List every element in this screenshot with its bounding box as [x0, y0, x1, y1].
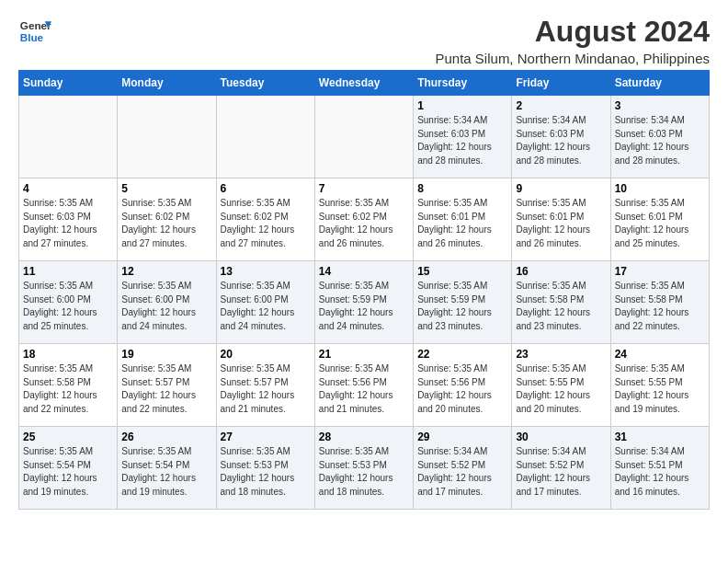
day-number: 2	[516, 99, 606, 112]
day-info: Sunrise: 5:35 AM Sunset: 5:55 PM Dayligh…	[516, 362, 606, 416]
day-number: 5	[121, 182, 211, 195]
day-info: Sunrise: 5:35 AM Sunset: 5:58 PM Dayligh…	[23, 362, 113, 416]
calendar-cell	[216, 96, 314, 178]
day-info: Sunrise: 5:35 AM Sunset: 5:57 PM Dayligh…	[121, 362, 211, 416]
day-number: 13	[221, 265, 311, 278]
day-info: Sunrise: 5:35 AM Sunset: 5:54 PM Dayligh…	[23, 445, 113, 499]
week-row: 11Sunrise: 5:35 AM Sunset: 6:00 PM Dayli…	[19, 261, 710, 344]
week-row: 4Sunrise: 5:35 AM Sunset: 6:03 PM Daylig…	[19, 178, 710, 261]
col-header-monday: Monday	[118, 71, 216, 96]
calendar-table: SundayMondayTuesdayWednesdayThursdayFrid…	[18, 70, 710, 510]
day-info: Sunrise: 5:35 AM Sunset: 6:00 PM Dayligh…	[221, 280, 311, 333]
calendar-cell: 29Sunrise: 5:34 AM Sunset: 5:52 PM Dayli…	[414, 427, 512, 510]
day-number: 1	[417, 99, 507, 112]
day-info: Sunrise: 5:34 AM Sunset: 6:03 PM Dayligh…	[417, 114, 507, 167]
calendar-cell: 17Sunrise: 5:35 AM Sunset: 5:58 PM Dayli…	[610, 261, 709, 344]
day-number: 27	[221, 431, 311, 443]
calendar-cell: 4Sunrise: 5:35 AM Sunset: 6:03 PM Daylig…	[19, 178, 118, 261]
day-info: Sunrise: 5:35 AM Sunset: 6:00 PM Dayligh…	[121, 280, 211, 333]
calendar-cell	[19, 96, 118, 178]
calendar-cell: 31Sunrise: 5:34 AM Sunset: 5:51 PM Dayli…	[610, 427, 709, 510]
logo-icon: General Blue	[18, 15, 51, 48]
calendar-cell: 10Sunrise: 5:35 AM Sunset: 6:01 PM Dayli…	[610, 178, 709, 261]
calendar-cell: 15Sunrise: 5:35 AM Sunset: 5:59 PM Dayli…	[414, 261, 512, 344]
location: Punta Silum, Northern Mindanao, Philippi…	[436, 51, 711, 66]
svg-text:Blue: Blue	[20, 31, 44, 43]
month-year: August 2024	[436, 15, 711, 49]
day-number: 17	[615, 265, 705, 278]
calendar-cell: 1Sunrise: 5:34 AM Sunset: 6:03 PM Daylig…	[414, 96, 512, 178]
page-header: General Blue August 2024 Punta Silum, No…	[18, 15, 710, 66]
calendar-cell: 22Sunrise: 5:35 AM Sunset: 5:56 PM Dayli…	[414, 344, 512, 427]
day-info: Sunrise: 5:35 AM Sunset: 5:59 PM Dayligh…	[319, 280, 409, 333]
day-number: 23	[516, 348, 606, 361]
col-header-friday: Friday	[512, 71, 610, 96]
logo: General Blue	[18, 15, 51, 48]
calendar-cell: 13Sunrise: 5:35 AM Sunset: 6:00 PM Dayli…	[216, 261, 314, 344]
day-number: 31	[615, 431, 705, 443]
day-number: 28	[319, 431, 409, 443]
day-number: 25	[23, 431, 113, 443]
day-number: 21	[319, 348, 409, 361]
day-info: Sunrise: 5:34 AM Sunset: 6:03 PM Dayligh…	[615, 114, 705, 167]
calendar-cell: 2Sunrise: 5:34 AM Sunset: 6:03 PM Daylig…	[512, 96, 610, 178]
day-info: Sunrise: 5:35 AM Sunset: 6:02 PM Dayligh…	[121, 197, 211, 250]
day-number: 15	[417, 265, 507, 278]
day-info: Sunrise: 5:35 AM Sunset: 5:53 PM Dayligh…	[221, 445, 311, 499]
calendar-cell: 28Sunrise: 5:35 AM Sunset: 5:53 PM Dayli…	[314, 427, 413, 510]
calendar-cell: 20Sunrise: 5:35 AM Sunset: 5:57 PM Dayli…	[216, 344, 314, 427]
calendar-cell: 11Sunrise: 5:35 AM Sunset: 6:00 PM Dayli…	[19, 261, 118, 344]
calendar-cell: 16Sunrise: 5:35 AM Sunset: 5:58 PM Dayli…	[512, 261, 610, 344]
day-number: 29	[417, 431, 507, 443]
day-number: 22	[417, 348, 507, 361]
calendar-cell: 25Sunrise: 5:35 AM Sunset: 5:54 PM Dayli…	[19, 427, 118, 510]
day-number: 16	[516, 265, 606, 278]
calendar-cell: 24Sunrise: 5:35 AM Sunset: 5:55 PM Dayli…	[610, 344, 709, 427]
week-row: 18Sunrise: 5:35 AM Sunset: 5:58 PM Dayli…	[19, 344, 710, 427]
day-info: Sunrise: 5:35 AM Sunset: 5:55 PM Dayligh…	[615, 362, 705, 416]
col-header-thursday: Thursday	[414, 71, 512, 96]
calendar-cell	[118, 96, 216, 178]
week-row: 25Sunrise: 5:35 AM Sunset: 5:54 PM Dayli…	[19, 427, 710, 510]
day-info: Sunrise: 5:35 AM Sunset: 6:02 PM Dayligh…	[221, 197, 311, 250]
calendar-cell: 19Sunrise: 5:35 AM Sunset: 5:57 PM Dayli…	[118, 344, 216, 427]
day-info: Sunrise: 5:34 AM Sunset: 5:52 PM Dayligh…	[417, 445, 507, 499]
svg-text:General: General	[20, 19, 51, 31]
calendar-cell: 8Sunrise: 5:35 AM Sunset: 6:01 PM Daylig…	[414, 178, 512, 261]
day-number: 18	[23, 348, 113, 361]
calendar-cell: 30Sunrise: 5:34 AM Sunset: 5:52 PM Dayli…	[512, 427, 610, 510]
header-row: SundayMondayTuesdayWednesdayThursdayFrid…	[19, 71, 710, 96]
day-info: Sunrise: 5:35 AM Sunset: 5:53 PM Dayligh…	[319, 445, 409, 499]
day-number: 9	[516, 182, 606, 195]
calendar-cell: 18Sunrise: 5:35 AM Sunset: 5:58 PM Dayli…	[19, 344, 118, 427]
day-info: Sunrise: 5:35 AM Sunset: 5:57 PM Dayligh…	[221, 362, 311, 416]
day-number: 24	[615, 348, 705, 361]
calendar-cell: 9Sunrise: 5:35 AM Sunset: 6:01 PM Daylig…	[512, 178, 610, 261]
day-number: 19	[121, 348, 211, 361]
day-number: 10	[615, 182, 705, 195]
col-header-tuesday: Tuesday	[216, 71, 314, 96]
calendar-cell	[314, 96, 413, 178]
day-info: Sunrise: 5:35 AM Sunset: 6:02 PM Dayligh…	[319, 197, 409, 250]
day-info: Sunrise: 5:35 AM Sunset: 5:58 PM Dayligh…	[516, 280, 606, 333]
day-info: Sunrise: 5:34 AM Sunset: 6:03 PM Dayligh…	[516, 114, 606, 167]
day-number: 3	[615, 99, 705, 112]
calendar-cell: 14Sunrise: 5:35 AM Sunset: 5:59 PM Dayli…	[314, 261, 413, 344]
col-header-wednesday: Wednesday	[314, 71, 413, 96]
day-info: Sunrise: 5:35 AM Sunset: 5:59 PM Dayligh…	[417, 280, 507, 333]
day-info: Sunrise: 5:35 AM Sunset: 5:58 PM Dayligh…	[615, 280, 705, 333]
day-number: 30	[516, 431, 606, 443]
day-number: 7	[319, 182, 409, 195]
day-info: Sunrise: 5:35 AM Sunset: 5:56 PM Dayligh…	[319, 362, 409, 416]
day-number: 4	[23, 182, 113, 195]
col-header-sunday: Sunday	[19, 71, 118, 96]
calendar-cell: 12Sunrise: 5:35 AM Sunset: 6:00 PM Dayli…	[118, 261, 216, 344]
day-info: Sunrise: 5:35 AM Sunset: 6:03 PM Dayligh…	[23, 197, 113, 250]
day-number: 20	[221, 348, 311, 361]
day-number: 6	[221, 182, 311, 195]
col-header-saturday: Saturday	[610, 71, 709, 96]
calendar-cell: 26Sunrise: 5:35 AM Sunset: 5:54 PM Dayli…	[118, 427, 216, 510]
day-number: 26	[121, 431, 211, 443]
calendar-cell: 7Sunrise: 5:35 AM Sunset: 6:02 PM Daylig…	[314, 178, 413, 261]
calendar-cell: 3Sunrise: 5:34 AM Sunset: 6:03 PM Daylig…	[610, 96, 709, 178]
